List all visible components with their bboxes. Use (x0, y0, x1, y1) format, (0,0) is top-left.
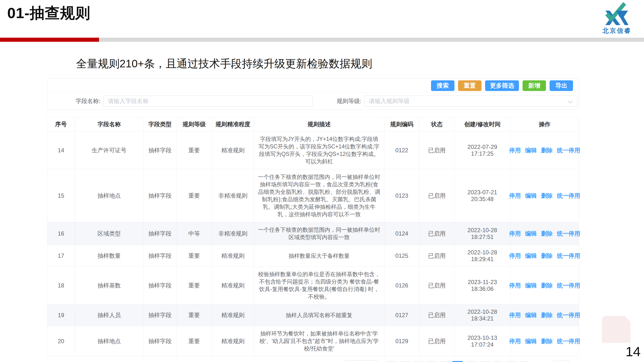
cell-type: 抽样字段 (144, 267, 176, 304)
slide-number: 14 (626, 344, 640, 359)
page-button-8[interactable]: 8 (479, 361, 490, 362)
cell-code: 0129 (384, 326, 420, 356)
rules-table-section: 序号字段名称字段类型规则等级规则精准程度规则描述规则编码状态创建/修改时间操作 … (47, 117, 579, 362)
toolbar-button-4[interactable]: 新增 (522, 80, 546, 91)
next-page-button[interactable]: › (519, 361, 529, 362)
cell-field: 生产许可证号 (75, 131, 144, 169)
table-row: 17抽样数量抽样字段重要精准规则抽样数量应大于备样数量0125已启用2022-1… (47, 245, 579, 267)
cell-time: 2023-10-13 17:07:24 (454, 326, 510, 356)
cell-desc: 抽样数量应大于备样数量 (254, 245, 384, 266)
action-delete-link[interactable]: 删除 (541, 192, 553, 200)
cell-time: 2023-11-23 18:36:06 (454, 267, 510, 304)
action-disable-link[interactable]: 停用 (509, 311, 521, 319)
action-delete-link[interactable]: 删除 (541, 337, 553, 345)
logo-text: 北京信睿 (599, 26, 635, 35)
cell-no: 18 (47, 267, 75, 304)
table-header-row: 序号字段名称字段类型规则等级规则精准程度规则描述规则编码状态创建/修改时间操作 (47, 117, 579, 131)
toolbar-button-1[interactable]: 搜索 (431, 80, 454, 91)
action-disable-link[interactable]: 停用 (509, 146, 521, 154)
cell-actions: 停用编辑删除统一停用 (510, 326, 579, 356)
cell-level: 重要 (176, 131, 212, 169)
table-row: 19抽样人员抽样字段重要精准规则抽样人员填写名称不能重复0127已启用2022-… (47, 305, 579, 326)
action-batch-disable-link[interactable]: 统一停用 (557, 252, 580, 260)
page-more-button[interactable]: ··· (412, 361, 423, 362)
cell-level: 重要 (176, 267, 212, 304)
title-underline-red (0, 38, 99, 42)
column-header: 字段名称 (75, 117, 144, 131)
action-delete-link[interactable]: 删除 (541, 230, 553, 238)
page-button-7[interactable]: 7 (466, 361, 476, 362)
cell-desc: 一个任务下核查的数据范围内，同一被抽样单位时抽样场所填写内容应一致，食品次亚类为… (254, 169, 384, 222)
cell-no: 15 (47, 169, 75, 222)
action-disable-link[interactable]: 停用 (509, 252, 521, 260)
action-delete-link[interactable]: 删除 (541, 252, 553, 260)
cell-time: 2022-10-28 18:27:51 (454, 222, 510, 245)
title-underline-grey (99, 38, 644, 42)
rule-level-select[interactable] (364, 96, 577, 107)
filter-row: 字段名称: 规则等级: (47, 93, 579, 110)
action-edit-link[interactable]: 编辑 (525, 230, 537, 238)
cell-precision: 精准规则 (212, 245, 254, 266)
page-size-select[interactable]: 20条/页 (344, 360, 378, 362)
action-batch-disable-link[interactable]: 统一停用 (557, 146, 580, 154)
action-edit-link[interactable]: 编辑 (525, 192, 537, 200)
action-delete-link[interactable]: 删除 (541, 282, 553, 289)
field-name-label: 字段名称: (73, 97, 100, 105)
action-edit-link[interactable]: 编辑 (525, 146, 537, 154)
cell-code: 0122 (384, 131, 420, 169)
field-name-input[interactable] (103, 96, 312, 107)
toolbar-buttons: 搜索重置更多筛选新增导出 (47, 79, 579, 93)
action-edit-link[interactable]: 编辑 (525, 337, 537, 345)
cell-status: 已启用 (420, 169, 454, 222)
cell-no: 20 (47, 326, 75, 356)
action-edit-link[interactable]: 编辑 (525, 282, 537, 289)
action-delete-link[interactable]: 删除 (541, 311, 553, 319)
toolbar-button-2[interactable]: 重置 (458, 80, 482, 91)
action-batch-disable-link[interactable]: 统一停用 (557, 230, 580, 238)
table-row: 14生产许可证号抽样字段重要精准规则字段填写为JY开头的，JY+14位数字构成;… (47, 131, 579, 169)
toolbar-button-5[interactable]: 导出 (550, 80, 573, 91)
action-disable-link[interactable]: 停用 (509, 337, 521, 345)
action-batch-disable-link[interactable]: 统一停用 (557, 311, 580, 319)
column-header: 操作 (510, 117, 579, 131)
cell-field: 抽样基数 (75, 267, 144, 304)
action-edit-link[interactable]: 编辑 (525, 252, 537, 260)
goto-page-input[interactable] (553, 361, 570, 362)
page-button-5[interactable]: 5 (439, 361, 450, 362)
rule-level-select-input[interactable] (364, 96, 577, 107)
cell-desc: 校验抽样数量单位的单位是否在抽样基数中包含，不包含给予问题提示；当四级分类为 餐… (254, 267, 384, 304)
prev-page-button[interactable]: ‹ (386, 361, 396, 362)
column-header: 状态 (420, 117, 454, 131)
action-disable-link[interactable]: 停用 (509, 282, 521, 289)
page-button-1[interactable]: 1 (399, 361, 410, 362)
cell-level: 重要 (176, 245, 212, 266)
action-disable-link[interactable]: 停用 (509, 230, 521, 238)
page-more-button[interactable]: ··· (492, 361, 503, 362)
column-header: 序号 (47, 117, 75, 131)
cell-time: 2022-10-28 18:34:21 (454, 305, 510, 326)
column-header: 字段类型 (144, 117, 176, 131)
slide-subtitle: 全量规则210+条，且通过技术手段持续升级更新检验数据规则 (76, 56, 372, 71)
cell-actions: 停用编辑删除统一停用 (510, 169, 579, 222)
cell-desc: 抽样人员填写名称不能重复 (254, 305, 384, 326)
action-delete-link[interactable]: 删除 (541, 146, 553, 154)
cell-level: 重要 (176, 326, 212, 356)
action-batch-disable-link[interactable]: 统一停用 (557, 337, 580, 345)
cell-type: 抽样字段 (144, 245, 176, 266)
action-disable-link[interactable]: 停用 (509, 192, 521, 200)
action-batch-disable-link[interactable]: 统一停用 (557, 192, 580, 200)
page-button-6[interactable]: 6 (452, 361, 463, 362)
cell-type: 抽样字段 (144, 169, 176, 222)
cell-actions: 停用编辑删除统一停用 (510, 245, 579, 266)
toolbar-button-3[interactable]: 更多筛选 (485, 80, 519, 91)
action-batch-disable-link[interactable]: 统一停用 (557, 282, 580, 289)
cell-field: 区域类型 (75, 222, 144, 245)
table-row: 16区域类型抽样字段中等非精准规则一个任务下核查的数据范围内，同一被抽样单位时区… (47, 222, 579, 245)
table-row: 20抽样地点抽样字段重要精准规则抽样环节为餐饮时，如果被抽样单位名称中含'学校'… (47, 326, 579, 356)
table-row: 15抽样地点抽样字段重要非精准规则一个任务下核查的数据范围内，同一被抽样单位时抽… (47, 169, 579, 222)
cell-status: 已启用 (420, 222, 454, 245)
column-header: 规则描述 (254, 117, 384, 131)
page-button-4[interactable]: 4 (426, 361, 436, 362)
action-edit-link[interactable]: 编辑 (525, 311, 537, 319)
page-button-11[interactable]: 11 (506, 361, 516, 362)
